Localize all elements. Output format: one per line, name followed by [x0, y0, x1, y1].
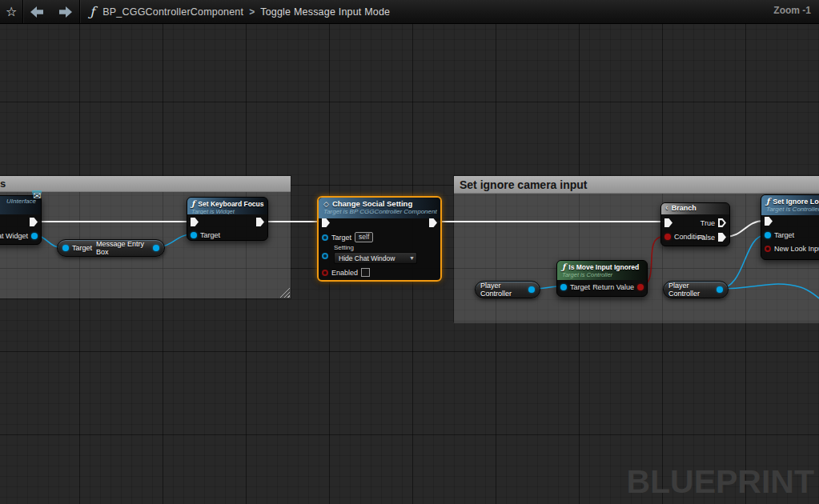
pin-label: Return Value: [592, 283, 634, 291]
breadcrumb-current[interactable]: Toggle Message Input Mode: [260, 6, 390, 18]
bool-pin-icon[interactable]: [765, 246, 771, 252]
pin-label: Message Entry Box: [96, 240, 150, 256]
chevron-down-icon: ▼: [404, 255, 415, 261]
blueprint-watermark: BLUEPRINT: [626, 463, 814, 501]
pin-label: Target: [774, 231, 794, 239]
diamond-icon: ◇: [323, 200, 329, 208]
comment-resize-handle[interactable]: [279, 287, 290, 298]
breadcrumb-root[interactable]: BP_CGGControllerComponent: [102, 6, 243, 18]
pin-label: Player Controller: [668, 282, 713, 298]
function-icon: ƒ: [766, 197, 769, 206]
target-input-pin[interactable]: Target self: [322, 232, 373, 242]
node-title: Change Social Setting: [332, 199, 412, 208]
pin-label: False: [697, 234, 715, 242]
node-set-keyboard-focus[interactable]: ƒSet Keyboard Focus Target is Widget Tar…: [187, 197, 268, 241]
function-graph-icon: ƒ: [80, 4, 102, 19]
enabled-checkbox[interactable]: [361, 268, 370, 277]
back-arrow-icon[interactable]: [23, 6, 51, 18]
output-pin[interactable]: [717, 286, 723, 293]
breadcrumb-toolbar: ☆ ƒ BP_CGGControllerComponent > Toggle M…: [0, 0, 819, 24]
exec-out-pin[interactable]: [30, 218, 38, 226]
envelope-icon: ✉: [32, 190, 42, 202]
object-pin-icon[interactable]: [322, 234, 328, 241]
node-subtitle: Target is Widget: [191, 208, 263, 214]
chat-widget-output-pin[interactable]: Chat Widget: [0, 232, 38, 240]
bool-pin-icon[interactable]: [664, 234, 671, 240]
bool-pin-icon[interactable]: [637, 284, 644, 290]
target-value-box[interactable]: self: [355, 232, 373, 242]
target-input-pin[interactable]: [62, 245, 69, 251]
node-get-message-entry-box[interactable]: Target Message Entry Box: [57, 239, 165, 257]
bool-pin-icon[interactable]: [322, 270, 328, 276]
pin-label: True: [701, 219, 715, 227]
object-pin-icon[interactable]: [765, 232, 771, 238]
setting-dropdown[interactable]: Hide Chat Window ▼: [334, 252, 417, 264]
new-look-input-pin[interactable]: New Look Input: [765, 244, 819, 253]
breadcrumb-separator: >: [243, 6, 260, 18]
node-title: Is Move Input Ignored: [568, 263, 639, 271]
output-pin[interactable]: [153, 245, 159, 251]
node-subtitle: Target is BP CGGController Component: [323, 208, 436, 215]
pin-label: Target: [570, 283, 590, 291]
node-title: Set Keyboard Focus: [198, 200, 263, 208]
exec-in-pin[interactable]: [191, 218, 199, 226]
exec-in-pin[interactable]: [765, 217, 773, 226]
exec-in-pin[interactable]: [664, 218, 672, 227]
pin-label: Player Controller: [480, 282, 524, 298]
pin-label: New Look Input: [774, 245, 819, 253]
pin-label: Enabled: [331, 269, 358, 277]
node-interface-message[interactable]: UInterface Chat Widget: [0, 195, 42, 245]
dropdown-value: Hide Chat Window: [339, 254, 395, 262]
node-set-ignore-look-input[interactable]: ƒSet Ignore Look Input Target is Control…: [761, 194, 819, 260]
object-pin-icon[interactable]: [560, 284, 567, 290]
comment-right-title[interactable]: Set ignore camera input: [454, 176, 819, 194]
node-subtitle: Target is Controller: [766, 206, 819, 213]
exec-in-pin[interactable]: [322, 218, 330, 227]
function-icon: ƒ: [191, 199, 195, 208]
target-input-pin[interactable]: Target: [560, 283, 590, 291]
node-get-player-controller-1[interactable]: Player Controller: [475, 281, 540, 298]
pin-label: Chat Widget: [0, 232, 28, 240]
output-pin[interactable]: [528, 286, 535, 293]
exec-out-pin[interactable]: [256, 218, 264, 226]
pin-label: Target: [72, 244, 92, 252]
target-input-pin[interactable]: Target: [765, 231, 794, 239]
node-title: Set Ignore Look Input: [773, 198, 819, 206]
forward-arrow-icon[interactable]: [51, 6, 79, 18]
true-exec-pin[interactable]: True: [701, 218, 726, 227]
node-subtitle: UInterface: [0, 198, 36, 205]
enabled-input-pin[interactable]: Enabled: [322, 268, 370, 277]
object-pin-icon[interactable]: [322, 253, 328, 259]
node-get-player-controller-2[interactable]: Player Controller: [663, 281, 729, 298]
function-icon: ƒ: [562, 262, 565, 271]
exec-out-pin[interactable]: [429, 218, 437, 227]
target-input-pin[interactable]: Target: [191, 231, 220, 239]
pin-label: Target: [200, 231, 220, 239]
comment-left-title[interactable]: s: [0, 176, 291, 192]
zoom-level-label: Zoom -1: [773, 5, 811, 16]
object-pin-icon[interactable]: [31, 233, 38, 239]
setting-pin-label: Setting: [334, 244, 354, 251]
node-change-social-setting[interactable]: ◇Change Social Setting Target is BP CGGC…: [317, 196, 442, 282]
node-title: Branch: [672, 204, 697, 212]
node-is-move-input-ignored[interactable]: ƒIs Move Input Ignored Target is Control…: [556, 260, 648, 297]
pin-label: Target: [331, 234, 351, 242]
false-exec-pin[interactable]: False: [697, 233, 726, 242]
branch-icon: ‹: [665, 204, 668, 210]
object-pin-icon[interactable]: [191, 232, 197, 238]
node-branch[interactable]: ‹Branch Condition True False: [660, 202, 730, 246]
return-value-output-pin[interactable]: Return Value: [592, 283, 644, 291]
favorite-star-icon[interactable]: ☆: [0, 0, 22, 23]
setting-input-pin[interactable]: [322, 253, 328, 259]
node-subtitle: Target is Controller: [562, 271, 642, 278]
